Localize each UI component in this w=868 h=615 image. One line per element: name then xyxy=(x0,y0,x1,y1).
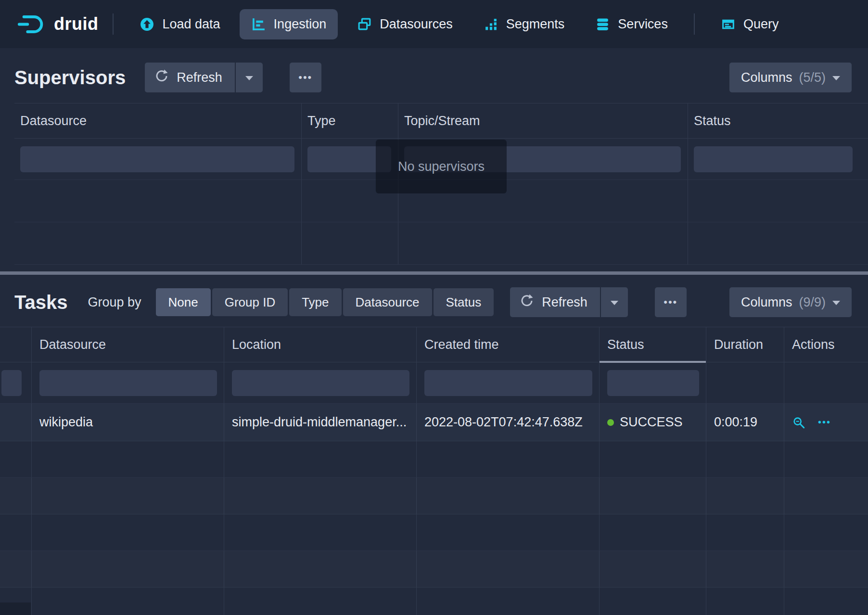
task-status: SUCCESS xyxy=(620,415,683,430)
nav-item-datasources[interactable]: Datasources xyxy=(345,9,464,39)
group-by-group-id-button[interactable]: Group ID xyxy=(212,288,288,316)
group-by-segmented-control: None Group ID Type Datasource Status xyxy=(156,288,494,316)
chevron-down-icon xyxy=(611,301,618,305)
ingestion-chart-icon xyxy=(251,17,266,32)
logo-text: druid xyxy=(54,14,98,34)
task-created-time: 2022-08-02T07:42:47.638Z xyxy=(417,404,600,441)
supervisors-title: Supervisors xyxy=(14,67,126,89)
task-actions-cell: ••• xyxy=(784,404,868,441)
columns-count: (5/5) xyxy=(799,70,826,85)
empty-table-row xyxy=(14,222,868,265)
filter-status-input[interactable] xyxy=(607,370,699,396)
nav-item-label: Query xyxy=(743,17,779,32)
column-header-actions[interactable]: Actions xyxy=(784,327,868,362)
druid-logo-icon xyxy=(17,14,47,35)
nav-item-label: Load data xyxy=(162,17,220,32)
upload-icon xyxy=(140,17,154,32)
columns-count: (9/9) xyxy=(799,295,826,310)
task-row-wikipedia[interactable]: wikipedia simple-druid-middlemanager... … xyxy=(0,404,868,441)
empty-table-row xyxy=(0,441,868,478)
druid-console: druid Load data Ingestion xyxy=(0,0,868,615)
section-resize-splitter[interactable] xyxy=(0,271,868,275)
database-icon xyxy=(595,17,610,32)
column-header-created-time[interactable]: Created time xyxy=(417,327,600,362)
filter-datasource-input[interactable] xyxy=(20,146,294,172)
druid-logo[interactable]: druid xyxy=(17,14,98,35)
supervisors-table: Datasource Type Topic/Stream Status No s… xyxy=(14,103,868,265)
more-icon: ••• xyxy=(664,296,677,308)
empty-table-row xyxy=(0,514,868,551)
group-by-datasource-button[interactable]: Datasource xyxy=(343,288,432,316)
nav-item-label: Services xyxy=(618,17,668,32)
tasks-refresh-button[interactable]: Refresh xyxy=(510,287,600,317)
chevron-down-icon xyxy=(832,76,840,80)
tasks-columns-button[interactable]: Columns (9/9) xyxy=(729,287,852,317)
tasks-more-button[interactable]: ••• xyxy=(655,287,687,317)
columns-label: Columns xyxy=(741,295,792,310)
column-header-duration[interactable]: Duration xyxy=(706,327,784,362)
columns-label: Columns xyxy=(741,70,792,85)
column-header-topic-stream[interactable]: Topic/Stream xyxy=(398,103,688,139)
tasks-table-header: Datasource Location Created time Status … xyxy=(0,327,868,362)
magnifier-detail-icon[interactable] xyxy=(792,416,805,429)
filter-datasource-input[interactable] xyxy=(39,370,217,396)
filter-stub-input[interactable] xyxy=(1,370,22,396)
tasks-title: Tasks xyxy=(14,292,67,313)
nav-item-label: Segments xyxy=(506,17,565,32)
no-supervisors-message: No supervisors xyxy=(376,140,507,193)
tasks-table: Datasource Location Created time Status … xyxy=(0,327,868,615)
nav-divider xyxy=(694,13,695,35)
tasks-refresh-interval-button[interactable] xyxy=(601,287,628,317)
nav-item-query[interactable]: Query xyxy=(709,9,791,39)
chevron-down-icon xyxy=(832,301,840,305)
nav-item-segments[interactable]: Segments xyxy=(472,9,576,39)
task-more-actions-icon[interactable]: ••• xyxy=(818,417,831,428)
filter-location-input[interactable] xyxy=(232,370,409,396)
column-header-datasource[interactable]: Datasource xyxy=(32,327,224,362)
nav-item-services[interactable]: Services xyxy=(584,9,679,39)
empty-table-row xyxy=(0,551,868,588)
refresh-label: Refresh xyxy=(177,70,222,85)
tasks-header: Tasks Group by None Group ID Type Dataso… xyxy=(14,287,852,317)
column-header-location[interactable]: Location xyxy=(224,327,417,362)
filter-status-input[interactable] xyxy=(694,146,853,172)
refresh-label: Refresh xyxy=(542,295,587,310)
empty-table-row xyxy=(0,588,868,615)
main-nav: druid Load data Ingestion xyxy=(0,0,868,48)
column-header-status[interactable]: Status xyxy=(688,103,868,139)
console-icon xyxy=(721,17,736,32)
nav-item-label: Ingestion xyxy=(274,17,327,32)
column-header-status[interactable]: Status xyxy=(600,327,706,362)
column-header-stub xyxy=(0,327,32,362)
more-icon: ••• xyxy=(298,71,312,84)
nav-item-load-data[interactable]: Load data xyxy=(128,9,231,39)
bar-chart-icon xyxy=(484,17,498,32)
empty-table-row xyxy=(0,478,868,514)
layers-icon xyxy=(357,17,372,32)
success-status-dot xyxy=(607,419,614,426)
horizontal-scrollbar-corner[interactable] xyxy=(0,602,31,615)
tasks-filter-row xyxy=(0,362,868,404)
column-header-datasource[interactable]: Datasource xyxy=(14,103,302,139)
refresh-icon xyxy=(154,69,169,87)
supervisors-table-header: Datasource Type Topic/Stream Status xyxy=(14,103,868,139)
nav-item-label: Datasources xyxy=(380,17,453,32)
column-header-type[interactable]: Type xyxy=(302,103,398,139)
nav-item-ingestion[interactable]: Ingestion xyxy=(240,9,338,39)
supervisors-more-button[interactable]: ••• xyxy=(290,63,321,92)
supervisors-columns-button[interactable]: Columns (5/5) xyxy=(729,63,852,92)
refresh-icon xyxy=(520,294,534,311)
task-status-cell: SUCCESS xyxy=(600,404,706,441)
supervisors-refresh-button[interactable]: Refresh xyxy=(145,63,235,92)
task-location: simple-druid-middlemanager... xyxy=(232,415,407,430)
group-by-label: Group by xyxy=(88,295,141,310)
task-duration: 0:00:19 xyxy=(706,404,784,441)
group-by-none-button[interactable]: None xyxy=(156,288,211,316)
group-by-status-button[interactable]: Status xyxy=(434,288,494,316)
supervisors-refresh-interval-button[interactable] xyxy=(236,63,263,92)
filter-created-time-input[interactable] xyxy=(424,370,592,396)
group-by-type-button[interactable]: Type xyxy=(289,288,341,316)
task-datasource: wikipedia xyxy=(32,404,224,441)
nav-divider xyxy=(113,13,114,35)
chevron-down-icon xyxy=(245,76,253,80)
